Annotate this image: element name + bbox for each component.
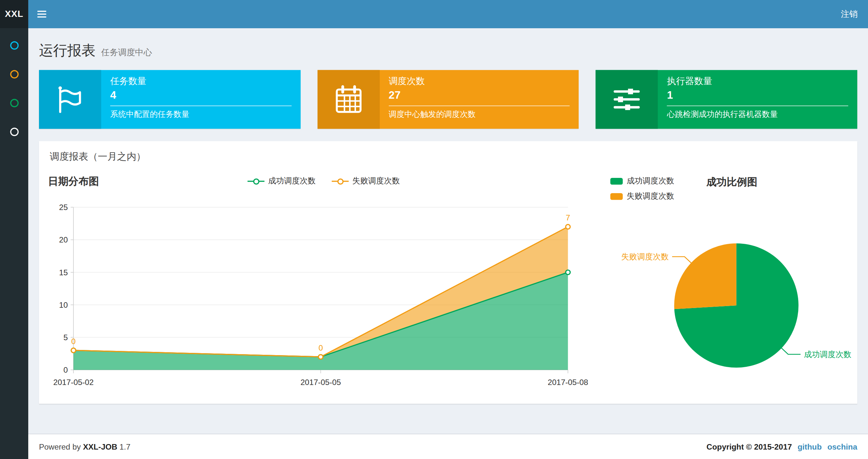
info-box-desc: 心跳检测成功的执行器机器数量 [667,109,848,120]
info-box-title: 调度次数 [389,76,570,88]
svg-text:20: 20 [59,235,68,244]
app-root: XXL 注销 运行报表任务调度中心 [0,0,868,459]
sidebar-toggle[interactable] [28,0,56,28]
copyright-text: Copyright © 2015-2017 [707,442,792,451]
sidebar-item-1[interactable] [0,31,28,60]
info-box-desc: 系统中配置的任务数量 [110,109,291,120]
charts-row: 日期分布图 成功调度次数 失败调度次数 0510152 [39,170,857,394]
pie-chart-title: 成功比例图 [707,175,757,189]
product-version: 1.7 [120,442,131,451]
sliders-icon [611,84,643,115]
info-box-title: 执行器数量 [667,76,848,88]
app-logo[interactable]: XXL [0,0,28,28]
info-box-title: 任务数量 [110,76,291,88]
divider [110,105,291,106]
info-box-icon-area [39,70,101,129]
sidebar-item-3[interactable] [0,89,28,118]
date-distribution-chart: 05101520252017-05-022017-05-052017-05-08… [48,195,599,393]
svg-text:15: 15 [59,268,68,277]
svg-text:0: 0 [63,365,68,374]
info-box-body: 执行器数量 1 心跳检测成功的执行器机器数量 [658,70,857,129]
swatch-icon [610,177,623,185]
info-box-executors: 执行器数量 1 心跳检测成功的执行器机器数量 [596,70,857,129]
svg-text:2017-05-02: 2017-05-02 [53,378,94,387]
page-title: 运行报表 [39,42,95,58]
svg-text:失败调度次数: 失败调度次数 [621,252,669,261]
line-marker-icon [247,181,264,182]
svg-text:25: 25 [59,203,68,211]
svg-text:0: 0 [71,337,76,346]
legend-label: 失败调度次数 [352,176,400,186]
info-box-icon-area [596,70,658,129]
info-box-value: 1 [667,89,848,102]
info-box-value: 4 [110,89,291,102]
pie-chart-header: 成功调度次数 失败调度次数 成功比例图 [610,173,855,204]
success-ratio-block: 成功调度次数 失败调度次数 成功比例图 成功调度次数失败调度次数 [610,170,855,394]
oschina-link[interactable]: oschina [827,442,857,451]
divider [667,105,848,106]
line-marker-icon [331,181,348,182]
svg-text:成功调度次数: 成功调度次数 [804,350,851,359]
footer-right: Copyright © 2015-2017 github oschina [707,442,857,451]
info-box-jobs: 任务数量 4 系统中配置的任务数量 [39,70,301,129]
info-box-body: 调度次数 27 调度中心触发的调度次数 [379,70,579,129]
summary-boxes: 任务数量 4 系统中配置的任务数量 [39,70,857,129]
main-content: 运行报表任务调度中心 任务数量 4 系统中配置的任务数量 [28,28,868,434]
legend-label: 成功调度次数 [268,176,315,186]
svg-text:7: 7 [566,213,570,222]
powered-by-text: Powered by XXL-JOB 1.7 [39,442,131,451]
circle-outline-icon [10,70,18,78]
divider [389,105,570,106]
product-name: XXL-JOB [83,442,117,451]
sidebar [0,28,28,459]
page-footer: Powered by XXL-JOB 1.7 Copyright © 2015-… [28,434,868,459]
success-ratio-chart: 成功调度次数失败调度次数 [610,220,855,389]
circle-outline-icon [10,99,18,107]
navbar-bar: 注销 [28,0,868,28]
legend-item-failed[interactable]: 失败调度次数 [331,176,400,186]
circle-outline-icon [10,41,18,50]
panel-title: 调度报表（一月之内） [39,141,857,170]
line-chart-header: 日期分布图 成功调度次数 失败调度次数 [48,173,599,193]
hamburger-icon [37,11,46,18]
svg-text:0: 0 [318,343,323,352]
page-header: 运行报表任务调度中心 [39,41,857,60]
github-link[interactable]: github [798,442,822,451]
info-box-triggers: 调度次数 27 调度中心触发的调度次数 [317,70,579,129]
line-chart-title: 日期分布图 [48,175,99,188]
info-box-desc: 调度中心触发的调度次数 [389,109,570,120]
logout-link[interactable]: 注销 [831,0,868,28]
date-distribution-block: 日期分布图 成功调度次数 失败调度次数 0510152 [48,170,599,394]
svg-text:10: 10 [59,301,68,309]
legend-label: 失败调度次数 [627,191,674,201]
sidebar-item-2[interactable] [0,60,28,89]
flag-icon [54,84,86,115]
info-box-icon-area [317,70,379,129]
legend-item-success[interactable]: 成功调度次数 [247,176,315,186]
pie-legend-item-failed[interactable]: 失败调度次数 [610,189,855,204]
calendar-icon [333,84,364,115]
page-subtitle: 任务调度中心 [101,47,152,57]
circle-outline-icon [10,128,18,136]
top-navbar: XXL 注销 [0,0,868,28]
svg-text:2017-05-08: 2017-05-08 [548,378,588,387]
info-box-value: 27 [389,89,570,102]
line-chart-legend: 成功调度次数 失败调度次数 [48,173,599,186]
report-panel: 调度报表（一月之内） 日期分布图 成功调度次数 失败 [39,141,857,404]
info-box-body: 任务数量 4 系统中配置的任务数量 [101,70,301,129]
swatch-icon [610,193,623,200]
sidebar-item-4[interactable] [0,118,28,146]
svg-text:5: 5 [63,333,68,342]
svg-text:2017-05-05: 2017-05-05 [301,378,341,387]
legend-label: 成功调度次数 [627,176,674,186]
